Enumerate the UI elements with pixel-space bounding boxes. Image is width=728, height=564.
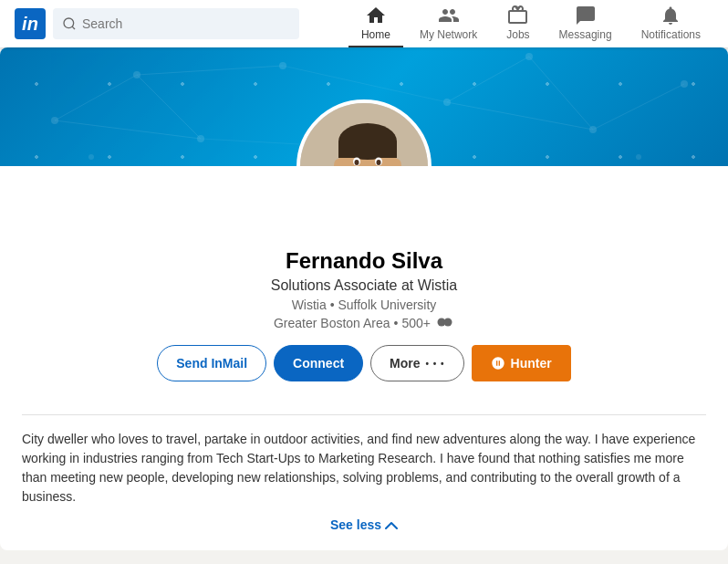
messaging-icon [575, 5, 597, 26]
my-network-label: My Network [420, 28, 477, 41]
connect-button[interactable]: Connect [274, 345, 363, 381]
navbar: in Home My Network Jobs [0, 0, 728, 47]
svg-line-15 [55, 120, 201, 139]
nav-item-notifications[interactable]: Notifications [629, 0, 713, 47]
nav-item-home[interactable]: Home [348, 0, 403, 47]
profile-avatar-wrap: 2nd [296, 99, 432, 166]
location-dot: • [394, 316, 399, 330]
action-buttons: Send InMail Connect More • • • Hunter [0, 345, 728, 381]
svg-line-19 [593, 84, 684, 130]
more-label: More [390, 356, 420, 371]
my-network-icon [438, 5, 460, 26]
search-bar[interactable] [53, 8, 299, 39]
bio-text: City dweller who loves to travel, partak… [22, 430, 706, 507]
svg-rect-27 [338, 141, 397, 158]
svg-point-12 [636, 154, 641, 160]
svg-line-17 [447, 57, 529, 102]
hunter-icon [491, 356, 505, 371]
linkedin-logo[interactable]: in [15, 8, 46, 39]
chevron-up-icon [385, 517, 398, 532]
profile-name: Fernando Silva [0, 248, 728, 274]
more-dots-icon: • • • [426, 359, 445, 369]
svg-line-1 [72, 26, 75, 29]
svg-line-18 [529, 57, 593, 130]
bio-section: City dweller who loves to travel, partak… [0, 415, 728, 550]
avatar-image [300, 103, 432, 166]
profile-title: Solutions Associate at Wistia [0, 277, 728, 294]
logo-text: in [22, 15, 38, 33]
home-icon [365, 5, 387, 26]
messaging-label: Messaging [559, 28, 612, 41]
cover-photo: 2nd [0, 47, 728, 166]
avatar [296, 99, 432, 166]
profile-info: Fernando Silva Solutions Associate at Wi… [0, 166, 728, 400]
send-inmail-button[interactable]: Send InMail [157, 345, 266, 381]
nav-item-my-network[interactable]: My Network [407, 0, 490, 47]
see-less-label: See less [330, 517, 381, 532]
search-input[interactable] [82, 16, 290, 31]
svg-line-13 [55, 75, 137, 120]
connections-icon [436, 317, 454, 329]
connections-count: 500+ [402, 316, 432, 330]
svg-point-36 [444, 319, 452, 327]
svg-line-20 [447, 102, 593, 130]
nav-item-messaging[interactable]: Messaging [546, 0, 625, 47]
hunter-label: Hunter [511, 356, 552, 371]
svg-point-0 [64, 18, 74, 28]
profile-card: 2nd Fernando Silva Solutions Associate a… [0, 47, 728, 550]
nav-items: Home My Network Jobs Messaging [348, 0, 713, 47]
more-button[interactable]: More • • • [370, 345, 464, 381]
profile-meta: Wistia • Suffolk University [0, 298, 728, 312]
location-text: Greater Boston Area [274, 316, 390, 330]
svg-line-16 [137, 66, 283, 75]
hunter-button[interactable]: Hunter [472, 345, 571, 381]
notifications-icon [660, 5, 681, 26]
profile-location: Greater Boston Area • 500+ [0, 316, 728, 330]
svg-point-30 [355, 160, 359, 165]
search-icon [62, 16, 77, 31]
home-label: Home [361, 28, 390, 41]
svg-point-31 [377, 160, 381, 165]
svg-line-14 [137, 75, 201, 139]
notifications-label: Notifications [641, 28, 701, 41]
see-less-button[interactable]: See less [22, 517, 706, 532]
jobs-icon [507, 5, 529, 26]
jobs-label: Jobs [506, 28, 529, 41]
svg-point-10 [88, 154, 94, 160]
svg-line-22 [283, 66, 447, 102]
nav-item-jobs[interactable]: Jobs [494, 0, 542, 47]
